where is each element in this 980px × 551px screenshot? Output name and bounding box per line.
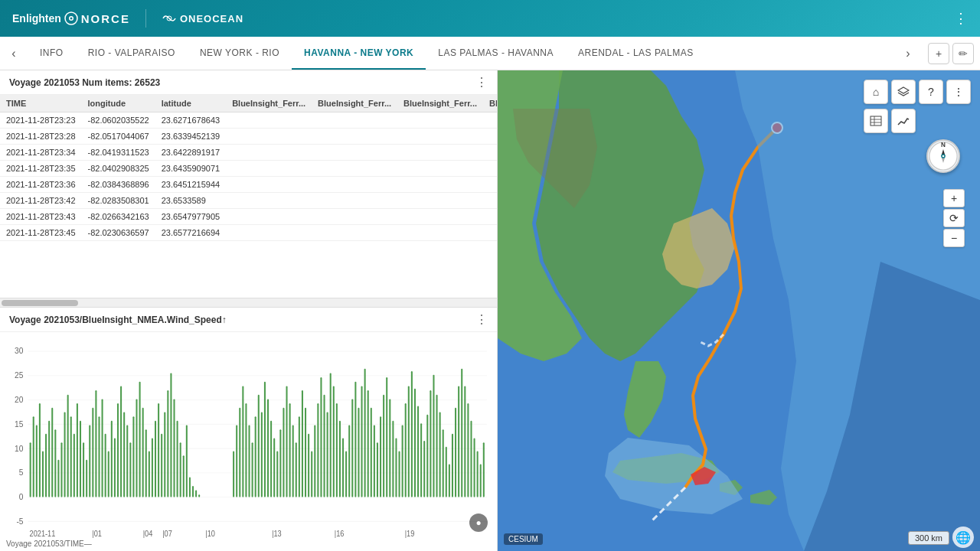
- globe-button[interactable]: 🌐: [952, 527, 974, 548]
- svg-rect-76: [236, 425, 237, 497]
- compass[interactable]: N: [926, 139, 965, 178]
- chart-bottom: Voyage 2021053/TIME—: [0, 538, 497, 551]
- data-table-section: Voyage 2021053 Num items: 26523 ⋮ TIME l…: [0, 70, 497, 308]
- svg-rect-95: [296, 442, 297, 497]
- header-menu-button[interactable]: ⋮: [954, 10, 968, 27]
- map-view-button[interactable]: [864, 109, 888, 133]
- tabs-right-arrow[interactable]: ›: [894, 37, 922, 70]
- map-scale-bar: 300 km: [908, 531, 949, 545]
- svg-text:|10: |10: [205, 529, 215, 538]
- svg-text:|04: |04: [143, 529, 153, 538]
- table-horizontal-scrollbar[interactable]: [0, 298, 497, 307]
- cell-longitude: -82.0266342163: [82, 209, 155, 225]
- zoom-reset-button[interactable]: ⟳: [943, 209, 965, 227]
- data-table-menu-button[interactable]: ⋮: [475, 75, 488, 90]
- svg-rect-39: [89, 425, 90, 497]
- svg-rect-138: [430, 390, 431, 497]
- svg-rect-93: [289, 403, 291, 497]
- data-table-title: Voyage 2021053 Num items: 26523: [9, 77, 160, 88]
- svg-rect-31: [64, 412, 66, 497]
- svg-rect-140: [436, 395, 438, 497]
- horizontal-scrollbar-thumb: [2, 300, 78, 306]
- tab-rio-valparaiso[interactable]: RIO - VALPARAISO: [76, 37, 188, 70]
- svg-rect-34: [74, 434, 75, 497]
- chart-data-icon[interactable]: ●: [469, 514, 488, 532]
- svg-text:20: 20: [15, 394, 23, 404]
- svg-rect-80: [249, 425, 250, 497]
- svg-rect-41: [95, 390, 96, 497]
- tabs-left-arrow[interactable]: ‹: [0, 37, 28, 70]
- col-latitude: latitude: [155, 95, 226, 112]
- tab-arendal-las-palmas[interactable]: ARENDAL - LAS PALMAS: [566, 37, 706, 70]
- svg-rect-83: [258, 395, 260, 497]
- add-tab-button[interactable]: +: [928, 43, 949, 64]
- map-info-button[interactable]: ?: [919, 80, 943, 104]
- svg-rect-136: [423, 441, 425, 497]
- svg-rect-133: [414, 389, 416, 497]
- cell-longitude: -82.0419311523: [82, 145, 155, 161]
- svg-rect-137: [426, 415, 428, 497]
- svg-rect-103: [320, 377, 322, 497]
- map-home-button[interactable]: ⌂: [864, 80, 888, 104]
- wind-speed-chart: 30 25 20 15 10 5 0 -5: [6, 338, 491, 538]
- svg-rect-61: [158, 403, 159, 497]
- compass-circle[interactable]: N: [926, 139, 960, 173]
- data-table: TIME longitude latitude BlueInsight_Ferr…: [0, 95, 497, 241]
- header-logos: Enlighten NORCE ONEOCEAN: [12, 9, 243, 28]
- map-panel[interactable]: ⌂ ? ⋮: [498, 70, 980, 551]
- svg-rect-44: [105, 434, 106, 497]
- table-row: 2021-11-28T23:42 -82.0283508301 23.65335…: [0, 193, 497, 209]
- cell-longitude: -82.0517044067: [82, 129, 155, 145]
- svg-rect-132: [411, 371, 413, 497]
- tab-new-york-rio[interactable]: NEW YORK - RIO: [188, 37, 292, 70]
- svg-rect-63: [164, 412, 165, 497]
- tab-havanna-new-york[interactable]: HAVANNA - NEW YORK: [292, 37, 426, 70]
- chart-x-label: Voyage 2021053/TIME—: [6, 540, 92, 548]
- svg-rect-115: [358, 408, 359, 497]
- svg-rect-109: [339, 421, 341, 497]
- zoom-in-button[interactable]: +: [943, 189, 965, 207]
- svg-rect-135: [420, 423, 422, 497]
- svg-rect-145: [452, 434, 453, 497]
- svg-rect-55: [139, 382, 141, 497]
- col-blueinsight3: BlueInsight_Ferr...: [397, 95, 483, 112]
- svg-rect-149: [464, 386, 466, 497]
- svg-text:|07: |07: [162, 529, 172, 538]
- edit-tab-button[interactable]: ✏: [952, 43, 974, 64]
- svg-rect-49: [120, 386, 122, 497]
- tab-info[interactable]: INFO: [28, 37, 76, 70]
- svg-text:-5: -5: [16, 516, 23, 526]
- map-layers-button[interactable]: [891, 80, 916, 104]
- map-chart-button[interactable]: [891, 109, 916, 133]
- svg-rect-20: [30, 442, 31, 497]
- cell-latitude: 23.6533589: [155, 193, 226, 209]
- cell-time: 2021-11-28T23:34: [0, 145, 82, 161]
- zoom-out-button[interactable]: −: [943, 229, 965, 247]
- chart-menu-button[interactable]: ⋮: [475, 312, 488, 327]
- svg-rect-26: [48, 421, 50, 497]
- svg-rect-89: [276, 452, 278, 497]
- cell-time: 2021-11-28T23:36: [0, 177, 82, 193]
- cell-time: 2021-11-28T23:43: [0, 209, 82, 225]
- svg-rect-86: [267, 399, 269, 497]
- svg-rect-37: [83, 442, 84, 497]
- svg-rect-56: [142, 408, 144, 497]
- svg-rect-74: [198, 494, 200, 497]
- tab-las-palmas-havanna[interactable]: LAS PALMAS - HAVANNA: [426, 37, 566, 70]
- svg-rect-47: [114, 439, 116, 497]
- svg-rect-78: [242, 386, 243, 497]
- tabs-list: INFO RIO - VALPARAISO NEW YORK - RIO HAV…: [28, 37, 894, 70]
- table-row: 2021-11-28T23:45 -82.0230636597 23.65772…: [0, 225, 497, 241]
- svg-rect-33: [70, 416, 72, 497]
- svg-rect-82: [255, 416, 256, 497]
- cell-longitude: -82.0384368896: [82, 177, 155, 193]
- chart-header: Voyage 2021053/BlueInsight_NMEA.Wind_Spe…: [0, 308, 497, 332]
- col-blueinsight1: BlueInsight_Ferr...: [226, 95, 312, 112]
- data-table-header: Voyage 2021053 Num items: 26523 ⋮: [0, 70, 497, 95]
- svg-rect-102: [317, 403, 318, 497]
- data-table-container[interactable]: TIME longitude latitude BlueInsight_Ferr…: [0, 95, 497, 298]
- map-zoom-controls: + ⟳ −: [943, 189, 965, 247]
- map-menu-button[interactable]: ⋮: [946, 80, 971, 104]
- svg-text:30: 30: [15, 346, 23, 356]
- svg-text:10: 10: [15, 443, 23, 453]
